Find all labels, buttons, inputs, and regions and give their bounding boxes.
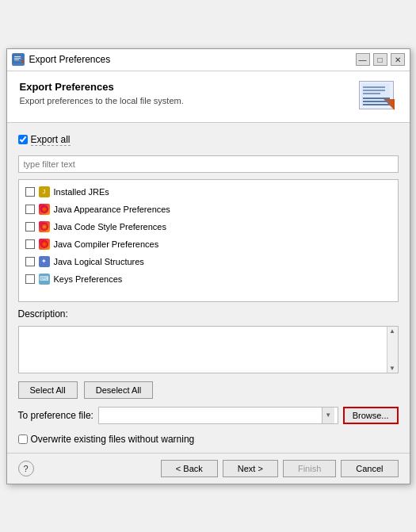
svg-rect-6 — [363, 86, 385, 88]
window-icon — [12, 53, 25, 66]
tree-item-label-jres: Installed JREs — [54, 187, 109, 197]
tree-checkbox-logical[interactable] — [25, 257, 35, 266]
tree-item-java-logical[interactable]: ✦ Java Logical Structures — [19, 253, 398, 270]
next-button[interactable]: Next > — [223, 460, 278, 477]
filter-input[interactable] — [18, 155, 399, 173]
description-scrollbar: ▲ ▼ — [387, 327, 398, 373]
title-bar: Export Preferences — □ ✕ — [7, 49, 410, 71]
java-compiler-icon — [38, 238, 51, 251]
tree-checkbox-jres[interactable] — [25, 187, 35, 197]
scrollbar-down-arrow[interactable]: ▼ — [389, 365, 395, 372]
tree-item-label-logical: Java Logical Structures — [54, 257, 144, 266]
footer: ? < Back Next > Finish Cancel — [7, 453, 410, 484]
title-bar-controls: — □ ✕ — [356, 53, 405, 66]
header-subtitle: Export preferences to the local file sys… — [20, 96, 184, 105]
maximize-button[interactable]: □ — [373, 53, 387, 66]
content-area: Export all J Installed JREs — [7, 123, 410, 453]
svg-rect-2 — [14, 58, 21, 59]
svg-marker-9 — [384, 99, 395, 110]
preference-file-dropdown-arrow[interactable]: ▼ — [322, 408, 334, 423]
title-bar-text: Export Preferences — [29, 54, 356, 65]
description-label: Description: — [18, 308, 399, 320]
tree-checkbox-compiler[interactable] — [25, 239, 35, 249]
java-logical-icon: ✦ — [38, 255, 51, 268]
minimize-button[interactable]: — — [356, 53, 370, 66]
svg-rect-3 — [14, 59, 19, 60]
overwrite-row: Overwrite existing files without warning — [18, 434, 399, 445]
deselect-all-button[interactable]: Deselect All — [84, 381, 153, 399]
scrollbar-up-arrow[interactable]: ▲ — [389, 327, 395, 335]
tree-item-installed-jres[interactable]: J Installed JREs — [19, 183, 398, 201]
tree-checkbox-keys[interactable] — [25, 274, 35, 284]
footer-buttons: < Back Next > Finish Cancel — [161, 460, 399, 477]
tree-item-keys[interactable]: ⌨ Keys Preferences — [19, 270, 398, 288]
svg-rect-1 — [14, 56, 21, 57]
svg-point-12 — [40, 240, 48, 248]
close-button[interactable]: ✕ — [391, 53, 405, 66]
overwrite-label: Overwrite existing files without warning — [31, 434, 195, 445]
tree-item-java-compiler[interactable]: Java Compiler Preferences — [19, 235, 398, 253]
svg-point-11 — [40, 223, 48, 231]
select-deselect-row: Select All Deselect All — [18, 381, 399, 399]
overwrite-checkbox[interactable] — [18, 434, 28, 444]
tree-item-label-keys: Keys Preferences — [54, 274, 123, 284]
tree-item-java-appearance[interactable]: Java Appearance Preferences — [19, 201, 398, 218]
svg-rect-7 — [363, 90, 385, 91]
tree-item-label-compiler: Java Compiler Preferences — [54, 239, 159, 249]
tree-item-java-code-style[interactable]: Java Code Style Preferences — [19, 218, 398, 235]
export-all-row: Export all — [18, 131, 399, 149]
cancel-button[interactable]: Cancel — [341, 460, 398, 477]
tree-item-label-appearance: Java Appearance Preferences — [54, 205, 170, 214]
export-preferences-window: Export Preferences — □ ✕ Export Preferen… — [6, 48, 410, 484]
header-icon-graphic — [359, 81, 394, 109]
finish-button[interactable]: Finish — [283, 460, 336, 477]
browse-button[interactable]: Browse... — [343, 407, 399, 424]
preference-file-label: To preference file: — [18, 410, 94, 421]
back-button[interactable]: < Back — [161, 460, 218, 477]
tree-box: J Installed JREs Java Appearance Prefere… — [18, 179, 399, 302]
preference-file-combo[interactable]: ▼ — [98, 407, 338, 424]
header-text: Export Preferences Export preferences to… — [20, 81, 184, 105]
header-title: Export Preferences — [20, 81, 184, 93]
select-all-button[interactable]: Select All — [18, 381, 78, 399]
tree-item-label-code-style: Java Code Style Preferences — [54, 222, 166, 232]
description-box: ▲ ▼ — [18, 326, 399, 373]
export-all-label[interactable]: Export all — [31, 134, 71, 146]
header-area: Export Preferences Export preferences to… — [7, 71, 410, 123]
export-all-checkbox[interactable] — [18, 135, 28, 144]
tree-checkbox-code-style[interactable] — [25, 222, 35, 232]
svg-point-10 — [40, 205, 48, 213]
keys-icon: ⌨ — [38, 273, 51, 285]
jre-icon: J — [38, 186, 51, 198]
tree-checkbox-appearance[interactable] — [25, 205, 35, 214]
header-icon — [359, 81, 397, 113]
preference-file-row: To preference file: ▼ Browse... — [18, 407, 399, 424]
java-code-style-icon — [38, 220, 51, 233]
java-appearance-icon — [38, 203, 51, 216]
help-button[interactable]: ? — [18, 461, 34, 477]
svg-rect-8 — [363, 93, 380, 94]
